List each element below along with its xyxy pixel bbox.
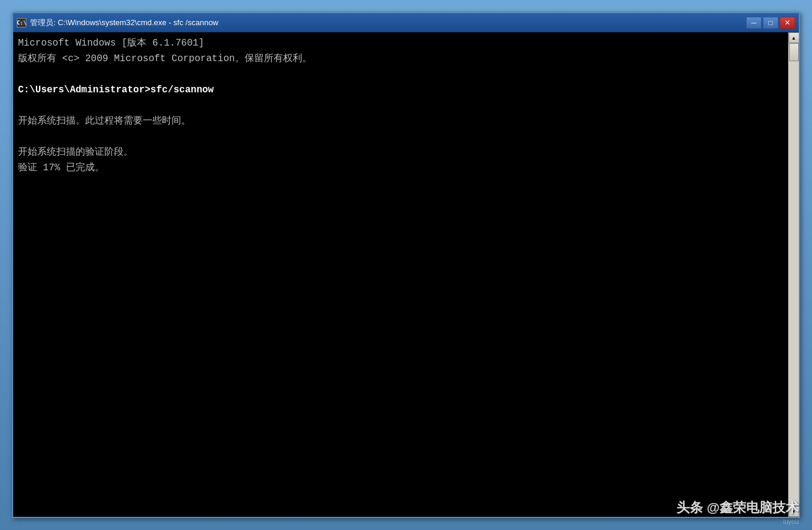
terminal-content[interactable]: Microsoft Windows [版本 6.1.7601]版权所有 <c> … [13,32,788,517]
watermark-subtext: iuyou [783,518,799,525]
title-bar-text: 管理员: C:\Windows\system32\cmd.exe - sfc /… [30,17,218,28]
terminal-line: 验证 17% 已完成。 [18,161,783,175]
scroll-down-button[interactable]: ▼ [789,506,799,517]
scroll-up-button[interactable]: ▲ [789,32,799,43]
terminal-line: 版权所有 <c> 2009 Microsoft Corporation。保留所有… [18,52,783,66]
cmd-icon: C:\ [17,18,26,28]
scrollbar[interactable]: ▲ ▼ [788,32,799,517]
terminal-line [18,67,783,82]
maximize-button[interactable]: □ [763,17,778,29]
title-bar-controls: ─ □ ✕ [746,17,795,29]
terminal-line [18,98,783,113]
title-bar: C:\ 管理员: C:\Windows\system32\cmd.exe - s… [13,13,799,32]
close-button[interactable]: ✕ [780,17,795,29]
minimize-button[interactable]: ─ [746,17,762,29]
title-bar-left: C:\ 管理员: C:\Windows\system32\cmd.exe - s… [17,17,218,28]
terminal-line [18,130,783,144]
terminal-line: Microsoft Windows [版本 6.1.7601] [18,36,783,50]
terminal-line: C:\Users\Administrator>sfc/scannow [18,83,783,97]
terminal-line: 开始系统扫描。此过程将需要一些时间。 [18,114,783,128]
cmd-window: C:\ 管理员: C:\Windows\system32\cmd.exe - s… [12,12,800,518]
terminal-line: 开始系统扫描的验证阶段。 [18,145,783,159]
content-area: Microsoft Windows [版本 6.1.7601]版权所有 <c> … [13,32,799,517]
scroll-thumb[interactable] [789,43,799,61]
scroll-track[interactable] [789,43,799,506]
